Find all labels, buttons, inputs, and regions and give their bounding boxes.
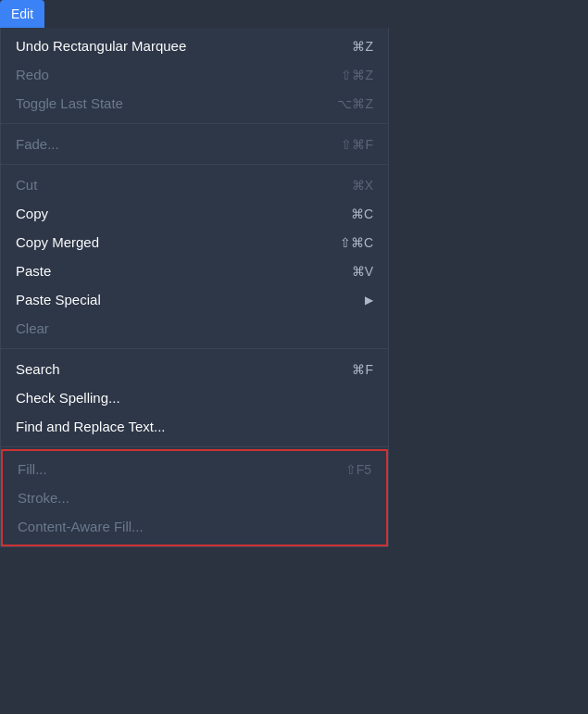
divider-4 [1,446,388,447]
divider-1 [1,123,388,124]
menu-item-cut[interactable]: Cut ⌘X [1,170,388,199]
divider-2 [1,164,388,165]
menu-section-search: Search ⌘F Check Spelling... Find and Rep… [1,351,388,445]
divider-3 [1,348,388,349]
menu-item-paste[interactable]: Paste ⌘V [1,257,388,285]
menu-item-content-aware-fill[interactable]: Content-Aware Fill... [3,512,386,541]
menu-section-fill: Fill... ⇧F5 Stroke... Content-Aware Fill… [3,451,386,545]
menu-item-stroke[interactable]: Stroke... [3,483,386,512]
menu-item-search[interactable]: Search ⌘F [1,355,388,383]
menu-item-clear[interactable]: Clear [1,314,388,343]
menu-item-copy-merged[interactable]: Copy Merged ⇧⌘C [1,228,388,257]
menu-item-copy[interactable]: Copy ⌘C [1,199,388,228]
menu-dropdown: Undo Rectangular Marquee ⌘Z Redo ⇧⌘Z Tog… [0,28,389,547]
menu-item-toggle-last-state[interactable]: Toggle Last State ⌥⌘Z [1,89,388,118]
submenu-arrow-icon: ▶ [365,294,373,307]
menu-item-redo[interactable]: Redo ⇧⌘Z [1,60,388,89]
menu-item-fade[interactable]: Fade... ⇧⌘F [1,130,388,158]
menu-item-fill[interactable]: Fill... ⇧F5 [3,455,386,483]
edit-menu-label[interactable]: Edit [0,0,44,28]
menu-item-check-spelling[interactable]: Check Spelling... [1,383,388,412]
menu-section-fill-highlighted: Fill... ⇧F5 Stroke... Content-Aware Fill… [1,449,388,546]
menu-bar-edit[interactable]: Edit [0,0,588,28]
menu-item-find-replace[interactable]: Find and Replace Text... [1,412,388,441]
menu-section-undo: Undo Rectangular Marquee ⌘Z Redo ⇧⌘Z Tog… [1,28,388,121]
menu-item-undo[interactable]: Undo Rectangular Marquee ⌘Z [1,31,388,60]
menu-section-fade: Fade... ⇧⌘F [1,126,388,162]
menu-section-copy: Cut ⌘X Copy ⌘C Copy Merged ⇧⌘C Paste ⌘V … [1,167,388,346]
menu-item-paste-special[interactable]: Paste Special ▶ [1,285,388,314]
menu-bar: Edit Undo Rectangular Marquee ⌘Z Redo ⇧⌘… [0,0,588,547]
